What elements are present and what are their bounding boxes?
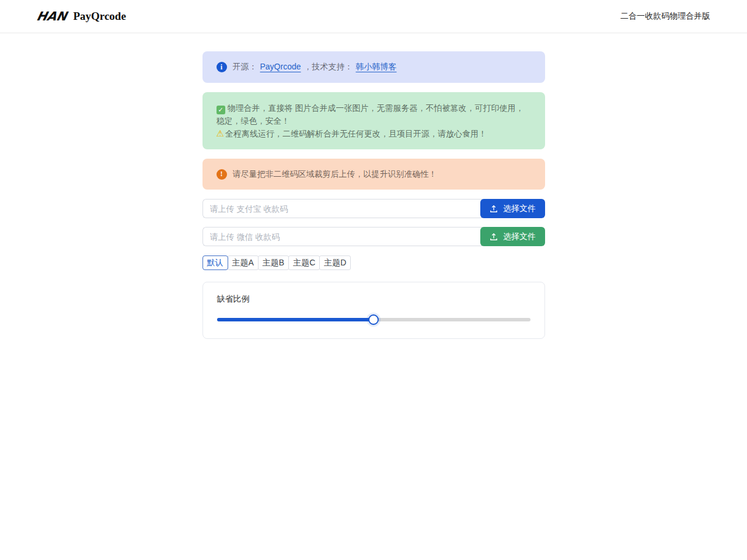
theme-option-default[interactable]: 默认 [203,256,228,270]
warning-alert: ! 请尽量把非二维码区域裁剪后上传，以提升识别准确性！ [203,159,545,190]
success-alert-line1: ✓物理合并，直接将 图片合并成一张图片，无需服务器，不怕被篡改，可打印使用，稳定… [217,102,531,127]
ratio-card: 缺省比例 [203,282,545,339]
success-alert: ✓物理合并，直接将 图片合并成一张图片，无需服务器，不怕被篡改，可打印使用，稳定… [203,92,545,149]
exclamation-icon: ! [217,169,227,180]
alipay-upload-row: 选择文件 [203,199,545,218]
theme-option-b[interactable]: 主题B [258,256,289,270]
header-subtitle: 二合一收款码物理合并版 [620,11,710,22]
choose-file-label: 选择文件 [503,204,536,214]
info-alert: i 开源：PayQrcode，技术支持：韩小韩博客 [203,51,545,83]
alipay-qrcode-input[interactable] [203,199,484,218]
theme-option-d[interactable]: 主题D [319,256,351,270]
theme-option-c[interactable]: 主题C [288,256,320,270]
page-title: PayQrcode [73,10,125,23]
choose-file-label: 选择文件 [503,232,536,242]
wechat-qrcode-input[interactable] [203,227,484,246]
blog-link[interactable]: 韩小韩博客 [356,62,397,71]
success-alert-line2: ⚠全程离线运行，二维码解析合并无任何更改，且项目开源，请放心食用！ [217,127,531,140]
info-alert-middle: ，技术支持： [304,62,353,71]
main-content: i 开源：PayQrcode，技术支持：韩小韩博客 ✓物理合并，直接将 图片合并… [203,51,545,339]
theme-selector: 默认 主题A 主题B 主题C 主题D [203,256,545,270]
slider-label: 缺省比例 [217,294,530,304]
header-brand: HAN PayQrcode [37,9,126,23]
check-emoji-icon: ✓ [217,106,225,114]
wechat-upload-row: 选择文件 [203,227,545,246]
upload-icon [489,232,498,242]
info-alert-prefix: 开源： [233,62,257,71]
warning-emoji-icon: ⚠ [217,128,224,139]
slider-thumb[interactable] [368,314,379,325]
ratio-slider[interactable] [217,314,530,325]
repo-link[interactable]: PayQrcode [260,62,301,71]
han-logo: HAN [35,9,68,23]
slider-fill [217,318,374,321]
upload-icon [489,204,498,214]
wechat-choose-file-button[interactable]: 选择文件 [480,227,545,246]
theme-option-a[interactable]: 主题A [228,256,259,270]
info-icon: i [217,62,227,72]
alipay-choose-file-button[interactable]: 选择文件 [480,199,545,218]
success-line2-text: 全程离线运行，二维码解析合并无任何更改，且项目开源，请放心食用！ [225,129,487,138]
info-alert-text: 开源：PayQrcode，技术支持：韩小韩博客 [233,62,400,72]
success-line1-text: 物理合并，直接将 图片合并成一张图片，无需服务器，不怕被篡改，可打印使用，稳定，… [217,103,524,125]
header: HAN PayQrcode 二合一收款码物理合并版 [0,0,747,33]
slider-track[interactable] [217,318,530,321]
warning-alert-text: 请尽量把非二维码区域裁剪后上传，以提升识别准确性！ [233,169,437,180]
